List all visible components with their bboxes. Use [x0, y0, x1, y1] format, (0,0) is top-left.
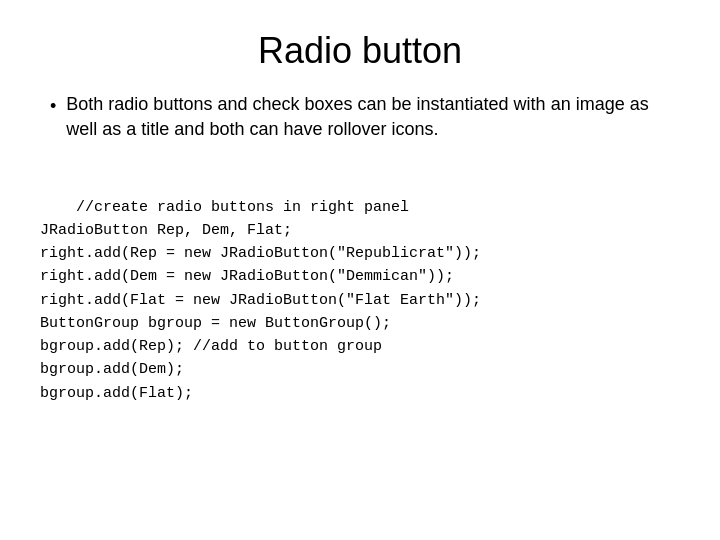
- bullet-item: • Both radio buttons and check boxes can…: [50, 92, 680, 142]
- code-block: //create radio buttons in right panel JR…: [40, 172, 680, 428]
- page-container: Radio button • Both radio buttons and ch…: [0, 0, 720, 540]
- page-title: Radio button: [40, 30, 680, 72]
- bullet-section: • Both radio buttons and check boxes can…: [40, 92, 680, 142]
- bullet-dot: •: [50, 94, 56, 119]
- code-line-1: //create radio buttons in right panel JR…: [40, 199, 481, 402]
- bullet-text: Both radio buttons and check boxes can b…: [66, 92, 680, 142]
